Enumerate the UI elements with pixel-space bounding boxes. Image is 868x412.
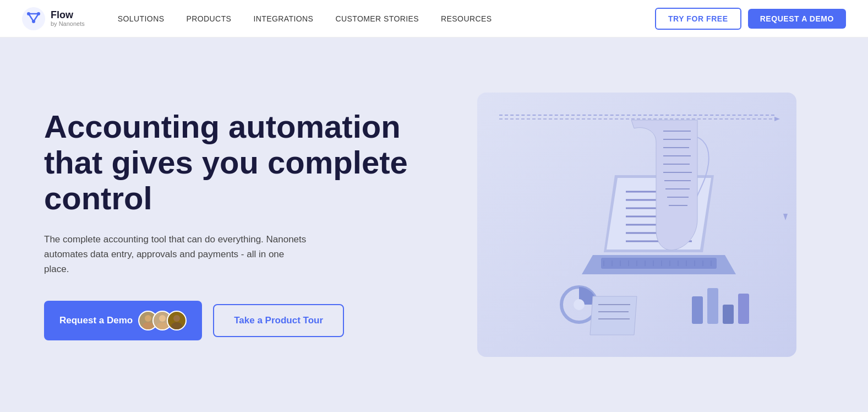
svg-rect-56 (738, 294, 749, 324)
hero-title: Accounting automation that gives you com… (44, 109, 428, 216)
hero-actions: Request a Demo Take a Product Tour (44, 301, 428, 340)
avatar-3 (167, 311, 187, 330)
hero-right (450, 93, 824, 357)
svg-marker-14 (774, 117, 780, 121)
svg-point-7 (145, 315, 151, 322)
hero-illustration (477, 93, 796, 357)
avatar-group (138, 311, 187, 330)
nav-actions: TRY FOR FREE REQUEST A DEMO (655, 8, 846, 30)
nav-customer-stories[interactable]: CUSTOMER STORIES (335, 14, 419, 23)
svg-marker-15 (783, 214, 788, 220)
svg-point-0 (22, 7, 45, 30)
svg-marker-57 (590, 296, 637, 335)
svg-point-52 (574, 299, 585, 310)
hero-section: Accounting automation that gives you com… (0, 37, 868, 412)
take-product-tour-button[interactable]: Take a Product Tour (213, 304, 344, 337)
request-demo-nav-button[interactable]: REQUEST A DEMO (748, 9, 846, 29)
hero-subtitle: The complete accounting tool that can do… (44, 232, 308, 277)
request-demo-hero-button[interactable]: Request a Demo (44, 301, 202, 340)
navbar: Flow by Nanonets SOLUTIONS PRODUCTS INTE… (0, 0, 868, 37)
svg-rect-54 (707, 288, 718, 324)
svg-point-12 (171, 322, 182, 329)
svg-rect-53 (692, 296, 703, 324)
nav-integrations[interactable]: INTEGRATIONS (253, 14, 313, 23)
svg-point-11 (173, 315, 180, 322)
nav-products[interactable]: PRODUCTS (186, 14, 231, 23)
nav-solutions[interactable]: SOLUTIONS (118, 14, 165, 23)
svg-point-8 (143, 322, 154, 329)
try-free-button[interactable]: TRY FOR FREE (655, 8, 741, 30)
logo-link[interactable]: Flow by Nanonets (22, 7, 85, 30)
svg-rect-55 (723, 305, 734, 324)
svg-point-10 (157, 322, 168, 329)
logo-subtitle: by Nanonets (51, 20, 85, 27)
svg-rect-26 (601, 258, 717, 269)
nav-resources[interactable]: RESOURCES (441, 14, 492, 23)
request-demo-label: Request a Demo (59, 315, 133, 326)
flow-logo-icon (22, 7, 45, 30)
logo-title: Flow (51, 10, 85, 21)
hero-left: Accounting automation that gives you com… (44, 109, 450, 340)
accounting-illustration (477, 93, 796, 357)
nav-links: SOLUTIONS PRODUCTS INTEGRATIONS CUSTOMER… (118, 14, 655, 24)
svg-point-9 (159, 315, 166, 322)
